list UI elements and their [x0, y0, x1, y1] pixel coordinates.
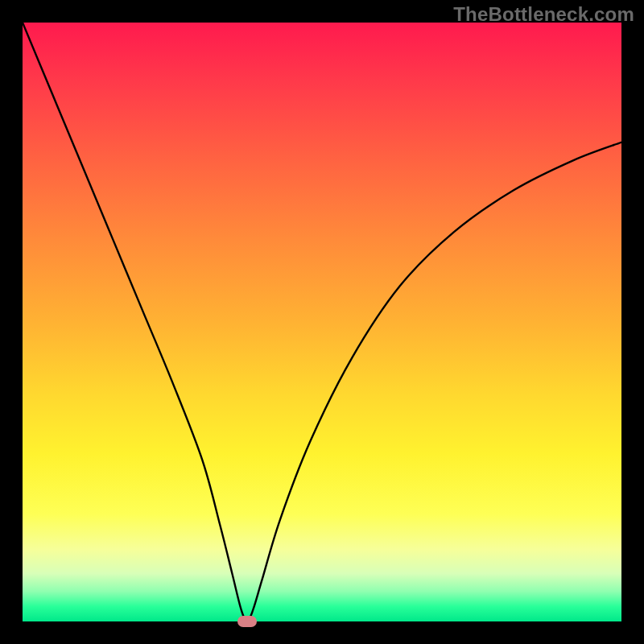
optimum-marker — [237, 616, 257, 627]
curve-path — [23, 23, 621, 621]
chart-frame: TheBottleneck.com — [0, 0, 644, 644]
plot-area — [23, 23, 621, 621]
watermark-label: TheBottleneck.com — [453, 3, 634, 26]
bottleneck-curve — [23, 23, 621, 621]
